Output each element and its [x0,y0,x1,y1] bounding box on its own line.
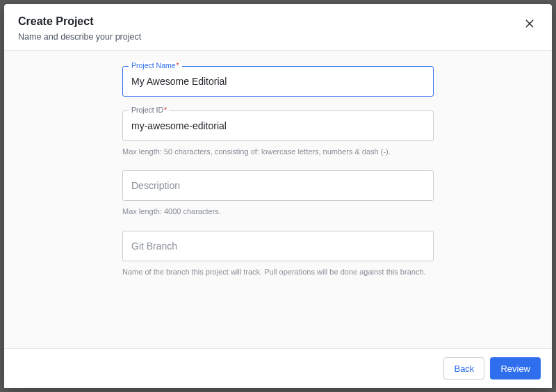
project-name-input[interactable] [122,66,434,97]
description-helper: Max length: 4000 characters. [122,206,434,216]
description-input[interactable] [122,170,434,201]
review-button[interactable]: Review [490,357,541,379]
required-asterisk: * [177,61,179,70]
modal-footer: Back Review [4,348,552,388]
create-project-modal: Create Project Name and describe your pr… [4,4,552,388]
git-branch-group: Name of the branch this project will tra… [122,231,434,277]
git-branch-input[interactable] [122,231,434,261]
modal-header-text: Create Project Name and describe your pr… [18,15,141,42]
description-group: Max length: 4000 characters. [122,170,434,216]
project-id-input[interactable] [122,111,434,141]
project-name-label-text: Project Name [131,61,176,70]
required-asterisk: * [164,106,167,114]
modal-header: Create Project Name and describe your pr… [4,4,552,51]
back-button[interactable]: Back [443,357,484,379]
git-branch-helper: Name of the branch this project will tra… [122,267,434,277]
close-icon [524,21,535,31]
modal-body: Project Name* Project ID* Max length: 50… [4,51,552,348]
form: Project Name* Project ID* Max length: 50… [122,66,434,277]
project-id-label: Project ID* [129,106,170,114]
project-id-label-text: Project ID [131,106,163,114]
project-id-group: Project ID* Max length: 50 characters, c… [122,111,434,156]
project-name-label: Project Name* [129,61,182,70]
project-id-helper: Max length: 50 characters, consisting of… [122,147,434,156]
modal-title: Create Project [18,15,141,28]
project-name-group: Project Name* [122,66,434,97]
close-button[interactable] [521,15,538,32]
modal-subtitle: Name and describe your project [18,32,141,42]
